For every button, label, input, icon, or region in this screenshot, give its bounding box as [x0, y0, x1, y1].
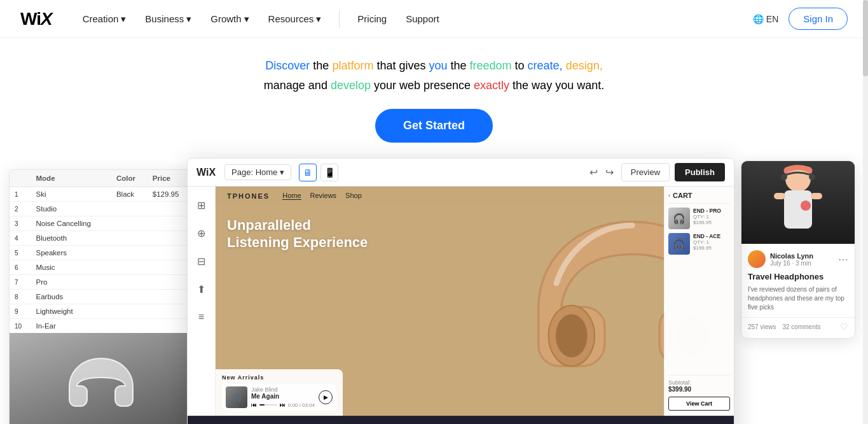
chevron-down-icon: ▾ — [244, 13, 249, 25]
desktop-icon[interactable]: 🖥 — [299, 164, 317, 181]
table-row: 3 Noise Cancelling — [10, 216, 193, 231]
sidebar-tool-upload[interactable]: ⬆ — [191, 278, 212, 300]
time-display: 0:00 / 03:04 — [288, 402, 315, 408]
hero-tagline: Discover the platform that gives you the… — [212, 56, 657, 95]
blog-excerpt: I've reviewed dozens of pairs of headpho… — [741, 285, 855, 317]
svg-rect-6 — [774, 193, 785, 199]
scrollbar[interactable] — [863, 0, 868, 424]
author-name: Nicolas Lynn — [770, 252, 834, 260]
skip-back-icon[interactable]: ⏮ — [251, 402, 257, 408]
cart-item-1: 🎧 END - PRO QTY: 1 $199.95 — [668, 208, 730, 229]
cart-item-2-image: 🎧 — [668, 233, 690, 255]
nav-item-support[interactable]: Support — [398, 8, 447, 29]
store-nav-home[interactable]: Home — [282, 192, 301, 200]
headphone-illustration — [63, 352, 139, 416]
progress-fill — [259, 404, 265, 406]
col-color: Color — [111, 170, 148, 187]
navbar: WiX Creation ▾ Business ▾ Growth ▾ Resou… — [0, 0, 868, 38]
sign-in-button[interactable]: Sign In — [789, 8, 848, 30]
table-row: 4 Bluetooth — [10, 231, 193, 246]
redo-button[interactable]: ↪ — [603, 164, 616, 181]
cart-header: ‹ CART — [668, 192, 730, 204]
cart-item-2: 🎧 END - ACE QTY: 1 $199.95 — [668, 233, 730, 255]
nav-item-business[interactable]: Business ▾ — [137, 8, 199, 30]
editor-logo: WiX — [196, 167, 216, 178]
chevron-down-icon: ▾ — [186, 13, 191, 25]
table-row: 1 Ski Black $129.95 — [10, 187, 193, 202]
nav-label-growth: Growth — [210, 13, 241, 24]
blog-card: Nicolas Lynn July 16 · 3 min ⋯ Travel He… — [741, 160, 855, 339]
undo-button[interactable]: ↩ — [587, 164, 600, 181]
editor-sidebar: ⊞ ⊕ ⊟ ⬆ ≡ — [188, 187, 216, 416]
page-selector[interactable]: Page: Home ▾ — [224, 164, 291, 180]
heart-icon[interactable]: ♡ — [840, 322, 848, 332]
music-player: 🎵 Jake Blind Me Again ⏮ ⏭ — [222, 384, 336, 411]
cart-item-1-info: END - PRO QTY: 1 $199.95 — [693, 208, 730, 225]
store-nav-shop[interactable]: Shop — [345, 192, 362, 200]
wix-logo[interactable]: WiX — [20, 9, 52, 29]
sidebar-tool-apps[interactable]: ⊟ — [191, 250, 212, 272]
cart-panel: ‹ CART 🎧 END - PRO QTY: 1 $199.95 — [664, 187, 734, 416]
progress-track[interactable] — [259, 404, 277, 406]
nav-item-growth[interactable]: Growth ▾ — [203, 8, 256, 30]
editor-body: ⊞ ⊕ ⊟ ⬆ ≡ TPHONES Home Reviews Shop — [188, 187, 734, 416]
play-button[interactable]: ▶ — [319, 390, 333, 404]
subtotal-label: Subtotal: — [668, 379, 730, 386]
cart-subtotal: Subtotal: $399.90 — [668, 375, 730, 393]
editor-actions: ↩ ↪ Preview Publish — [587, 163, 725, 181]
device-icons: 🖥 📱 — [299, 164, 338, 181]
page-chevron-icon: ▾ — [280, 167, 284, 177]
preview-button[interactable]: Preview — [621, 163, 670, 181]
sidebar-tool-grid[interactable]: ⊞ — [191, 194, 212, 216]
undo-redo-group: ↩ ↪ — [587, 164, 616, 181]
sidebar-tool-layers[interactable]: ≡ — [191, 306, 212, 328]
product-image — [10, 333, 193, 424]
sidebar-tool-add[interactable]: ⊕ — [191, 222, 212, 244]
artist-name: Jake Blind — [251, 386, 315, 393]
nav-divider — [339, 10, 340, 28]
nav-item-pricing[interactable]: Pricing — [350, 8, 394, 29]
table-row: 7 Pro — [10, 275, 193, 290]
content-area: Mode Color Price 1 Ski Black $129.95 2 S… — [0, 158, 868, 424]
publish-button[interactable]: Publish — [675, 163, 725, 181]
view-count: 257 views — [748, 323, 776, 330]
nav-label-pricing: Pricing — [357, 13, 387, 24]
mobile-icon[interactable]: 📱 — [320, 164, 338, 181]
left-panel: Mode Color Price 1 Ski Black $129.95 2 S… — [9, 169, 193, 424]
svg-rect-7 — [811, 193, 822, 199]
store-nav-reviews[interactable]: Reviews — [310, 192, 337, 200]
code-panel: $w('#addToCartButton').onClick(async () … — [188, 416, 734, 424]
table-row: 5 Speakers — [10, 246, 193, 260]
hero-section: Discover the platform that gives you the… — [0, 38, 868, 158]
view-cart-button[interactable]: View Cart — [668, 397, 730, 411]
col-mode: Mode — [31, 170, 111, 187]
col-price: Price — [148, 170, 193, 187]
scrollbar-thumb[interactable] — [863, 0, 868, 76]
store-nav-links: Home Reviews Shop — [282, 192, 362, 200]
cart-chevron-icon: ‹ — [668, 192, 670, 199]
nav-item-resources[interactable]: Resources ▾ — [261, 8, 329, 30]
comment-count: 32 comments — [782, 323, 820, 330]
language-selector[interactable]: 🌐 EN — [753, 14, 778, 24]
editor-frame: WiX Page: Home ▾ 🖥 📱 ↩ ↪ Preview Publish — [187, 158, 734, 424]
nav-label-resources: Resources — [268, 13, 314, 24]
album-art: 🎵 — [226, 386, 247, 408]
cart-item-2-qty: QTY: 1 — [693, 239, 730, 245]
author-date: July 16 · 3 min — [770, 260, 834, 267]
progress-bar: ⏮ ⏭ 0:00 / 03:04 — [251, 402, 315, 408]
subtotal-value: $399.90 — [668, 386, 730, 393]
store-brand: TPHONES — [227, 192, 270, 200]
get-started-button[interactable]: Get Started — [375, 109, 493, 143]
nav-right: 🌐 EN Sign In — [753, 8, 848, 30]
skip-forward-icon[interactable]: ⏭ — [280, 402, 286, 408]
nav-label-support: Support — [406, 13, 439, 24]
cart-item-2-name: END - ACE — [693, 233, 730, 239]
svg-point-1 — [556, 314, 588, 358]
table-row: 2 Studio — [10, 202, 193, 216]
nav-item-creation[interactable]: Creation ▾ — [75, 8, 134, 30]
table-row: 9 Lightweight — [10, 304, 193, 319]
right-panel: Nicolas Lynn July 16 · 3 min ⋯ Travel He… — [741, 160, 855, 424]
more-options-icon[interactable]: ⋯ — [838, 253, 848, 265]
product-table: Mode Color Price 1 Ski Black $129.95 2 S… — [10, 170, 193, 333]
cart-label: CART — [673, 192, 692, 199]
